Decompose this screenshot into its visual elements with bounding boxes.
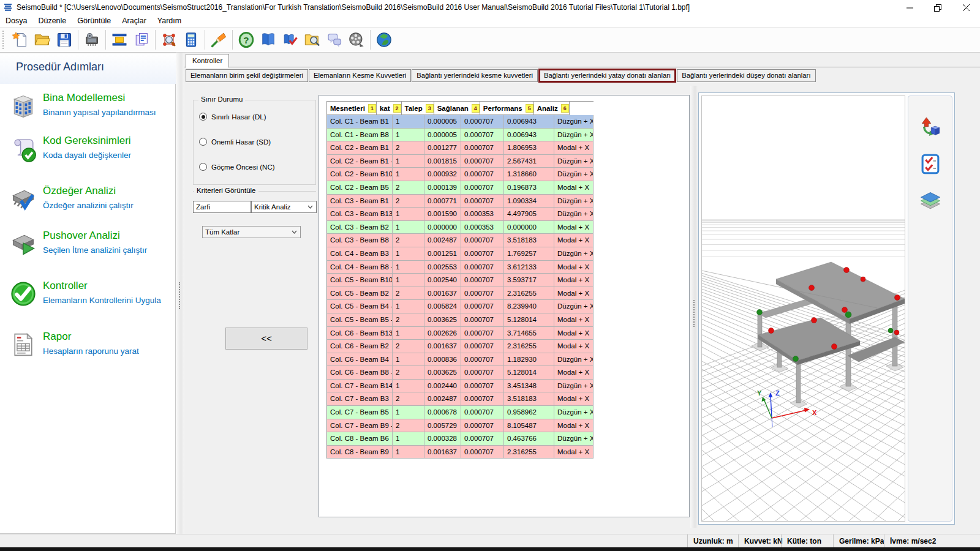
- model-view-icon[interactable]: [158, 29, 180, 51]
- column-header[interactable]: Performans5: [480, 102, 534, 115]
- restore-button[interactable]: [924, 0, 952, 15]
- building-icon: [10, 91, 37, 121]
- minimize-button[interactable]: [895, 0, 924, 15]
- subtab[interactable]: Bağlantı yerlerindeki kesme kuvvetleri: [412, 69, 538, 82]
- table-row[interactable]: Col. C5 - Beam B4 - 1 0.005824 0.000707 …: [327, 300, 594, 313]
- website-globe-icon[interactable]: [373, 29, 395, 51]
- table-row[interactable]: Col. C6 - Beam B8 - 2 0.003625 0.000707 …: [327, 366, 594, 380]
- tab-kontroller[interactable]: Kontroller: [186, 54, 229, 68]
- column-header[interactable]: kat2: [377, 102, 402, 115]
- table-row[interactable]: Col. C8 - Beam B6 1 0.000328 0.000707 0.…: [327, 432, 594, 446]
- verification-book-icon[interactable]: [279, 29, 301, 51]
- step-subtitle: Özdeğer analizini çalıştır: [43, 201, 134, 210]
- analysis-select[interactable]: Kritik Analiz: [251, 201, 317, 213]
- sidebar-step-pushover-analizi[interactable]: Pushover Analizi Seçilen İtme analizini …: [6, 228, 170, 266]
- sidebar-step-kontroller[interactable]: Kontroller Elemanların Kontrollerini Uyg…: [6, 278, 170, 316]
- sidebar-step-kod-gereksinimleri[interactable]: Kod Gereksinimleri Koda dayalı değişkenl…: [6, 133, 170, 171]
- collapse-panel-button[interactable]: <<: [225, 328, 307, 350]
- step-title: Bina Modellemesi: [43, 92, 125, 104]
- column-header[interactable]: Analiz6: [534, 102, 570, 115]
- user-manual-icon[interactable]: [257, 29, 279, 51]
- model-view-panel: Z X Y: [698, 92, 955, 525]
- menu-item[interactable]: Araçlar: [116, 15, 152, 27]
- open-project-icon[interactable]: [31, 29, 53, 51]
- sidebar-step-rapor[interactable]: Rapor Hesapların raporunu yarat: [6, 329, 170, 367]
- toolbar-separator: [370, 30, 371, 50]
- calculator-icon[interactable]: [180, 29, 202, 51]
- table-row[interactable]: Col. C3 - Beam B1 2 0.000771 0.000707 1.…: [327, 195, 594, 208]
- table-row[interactable]: Col. C6 - Beam B4 1 0.000836 0.000707 1.…: [327, 353, 594, 367]
- table-row[interactable]: Col. C5 - Beam B5 - 2 0.003625 0.000707 …: [327, 313, 594, 327]
- video-tutorial-icon[interactable]: [345, 29, 368, 51]
- toolbar-grip[interactable]: [2, 31, 6, 49]
- menu-item[interactable]: Yardım: [152, 15, 187, 27]
- table-row[interactable]: Col. C2 - Beam B1 - 1 0.001815 0.000707 …: [327, 155, 594, 168]
- table-row[interactable]: Col. C1 - Beam B8 1 0.000005 0.000707 0.…: [327, 129, 594, 142]
- table-row[interactable]: Col. C2 - Beam B1 2 0.001277 0.000707 1.…: [327, 141, 594, 155]
- limit-state-radio[interactable]: Önemli Hasar (SD): [199, 138, 271, 146]
- sidebar-splitter[interactable]: [176, 53, 184, 534]
- table-header-row: Mesnetleri1kat2Talep3Sağlanan4Performans…: [327, 102, 594, 115]
- new-project-icon[interactable]: [9, 29, 31, 51]
- processor-settings-icon[interactable]: [81, 29, 103, 51]
- column-header[interactable]: Sağlanan4: [434, 102, 480, 115]
- layers-icon[interactable]: [919, 190, 941, 212]
- menu-item[interactable]: Dosya: [0, 15, 32, 27]
- subtab[interactable]: Elemanların birim şekil değiştirmeleri: [186, 69, 308, 82]
- limit-state-radio[interactable]: Sınırlı Hasar (DL): [199, 113, 266, 121]
- table-row[interactable]: Col. C3 - Beam B8 2 0.002487 0.000707 3.…: [327, 234, 594, 247]
- table-row[interactable]: Col. C3 - Beam B13 1 0.001590 0.000353 4…: [327, 208, 594, 221]
- close-button[interactable]: [952, 0, 980, 15]
- deformed-shape-icon[interactable]: [919, 116, 941, 138]
- limit-state-options: Sınırlı Hasar (DL) Önemli Hasar (SD) Göç…: [193, 100, 316, 185]
- table-row[interactable]: Col. C4 - Beam B8 - 1 0.002553 0.000707 …: [327, 261, 594, 274]
- menu-item[interactable]: Görüntüle: [72, 15, 116, 27]
- table-row[interactable]: Col. C2 - Beam B10 1 0.000932 0.000707 1…: [327, 168, 594, 181]
- table-row[interactable]: Col. C7 - Beam B5 1 0.000678 0.000707 0.…: [327, 406, 594, 419]
- discussion-forum-icon[interactable]: [323, 29, 345, 51]
- column-header[interactable]: Mesnetleri1: [327, 102, 377, 115]
- limit-state-radio[interactable]: Göçme Öncesi (NC): [199, 163, 275, 171]
- model-3d-viewport[interactable]: Z X Y: [701, 96, 905, 522]
- sidebar-step-bina-modellemesi[interactable]: Bina Modellemesi Binanın yapısal yapılan…: [6, 90, 170, 128]
- step-title: Rapor: [43, 331, 71, 343]
- sidebar-step-ozdeger-analizi[interactable]: Özdeğer Analizi Özdeğer analizini çalışt…: [6, 183, 170, 221]
- table-row[interactable]: Col. C5 - Beam B10 1 0.002540 0.000707 3…: [327, 274, 594, 287]
- table-row[interactable]: Col. C7 - Beam B9 - 2 0.005729 0.000707 …: [327, 419, 594, 433]
- building-report-icon[interactable]: [130, 29, 153, 51]
- search-folder-icon[interactable]: [301, 29, 323, 51]
- table-row[interactable]: Col. C6 - Beam B13 1 0.002626 0.000707 3…: [327, 327, 594, 340]
- table-row[interactable]: Col. C5 - Beam B2 2 0.001637 0.000707 2.…: [327, 287, 594, 301]
- subtab[interactable]: Bağlantı yerlerindeki düşey donatı alanl…: [677, 69, 815, 82]
- toolbar-separator: [232, 30, 233, 50]
- menu-item[interactable]: Düzenle: [32, 15, 72, 27]
- paintbrush-icon[interactable]: [208, 29, 230, 51]
- frame-section-icon[interactable]: [108, 29, 130, 51]
- toolbar: ?: [0, 27, 980, 53]
- column-header[interactable]: Talep3: [402, 102, 434, 115]
- table-row[interactable]: Col. C1 - Beam B1 1 0.000005 0.000707 0.…: [327, 115, 594, 129]
- subtab[interactable]: Bağlantı yerlerindeki yatay donatı alanl…: [538, 69, 676, 83]
- viewport-splitter[interactable]: [690, 86, 698, 528]
- table-row[interactable]: Col. C8 - Beam B9 1 0.001637 0.000707 2.…: [327, 446, 594, 459]
- step-title: Özdeğer Analizi: [43, 185, 116, 197]
- save-project-icon[interactable]: [53, 29, 75, 51]
- step-subtitle: Koda dayalı değişkenler: [43, 151, 131, 160]
- help-icon[interactable]: ?: [235, 29, 257, 51]
- chevron-down-icon: [292, 230, 297, 234]
- table-row[interactable]: Col. C4 - Beam B3 1 0.001251 0.000707 1.…: [327, 247, 594, 261]
- subtab[interactable]: Elemanların Kesme Kuvvetleri: [309, 69, 411, 82]
- criteria-label: Kriterleri Görüntüle: [194, 187, 258, 194]
- table-row[interactable]: Col. C7 - Beam B3 2 0.002487 0.000707 3.…: [327, 392, 594, 406]
- splitter-grip: [179, 282, 182, 309]
- minimize-icon: [907, 4, 913, 11]
- title-bar: SeismoBuild * [C:\Users\Lenovo\Documents…: [0, 0, 980, 15]
- table-row[interactable]: Col. C6 - Beam B2 2 0.001637 0.000707 2.…: [327, 340, 594, 353]
- table-row[interactable]: Col. C2 - Beam B5 2 0.000139 0.000707 0.…: [327, 181, 594, 195]
- element-checks-icon[interactable]: [919, 153, 941, 175]
- table-row[interactable]: Col. C7 - Beam B14 1 0.002440 0.000707 3…: [327, 380, 594, 393]
- envelope-input[interactable]: Zarfi: [193, 201, 251, 213]
- table-row[interactable]: Col. C3 - Beam B2 1 0.000000 0.000353 0.…: [327, 221, 594, 234]
- floors-select[interactable]: Tüm Katlar: [202, 226, 301, 238]
- toolbar-separator: [155, 30, 156, 50]
